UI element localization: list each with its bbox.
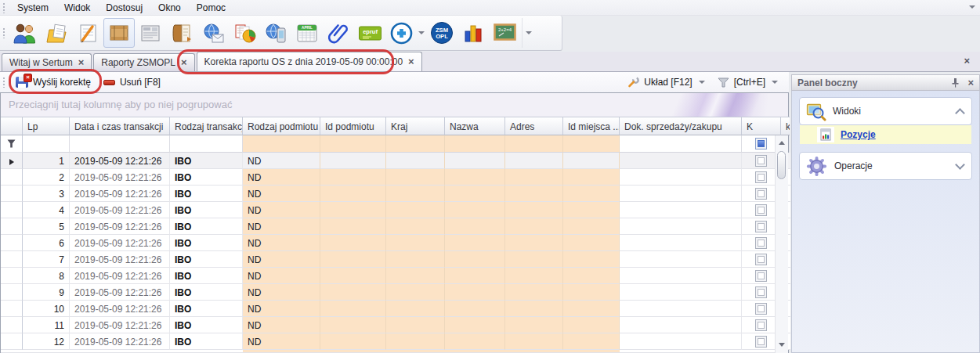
row-checkbox[interactable]	[755, 319, 767, 331]
actions-drag-grip[interactable]	[2, 77, 6, 88]
tab-2[interactable]: Raporty ZSMOPL×	[93, 53, 194, 71]
filter-cell-4[interactable]	[320, 135, 386, 153]
filter-checkbox[interactable]	[755, 138, 767, 149]
layout-button[interactable]: Układ [F12]	[621, 74, 711, 90]
send-correction-button[interactable]: × Wyślij korektę	[9, 74, 97, 90]
pin-icon[interactable]	[951, 77, 960, 88]
grid-row-9[interactable]: 92019-05-09 12:21:26IBOND	[1, 284, 788, 301]
row-checkbox[interactable]	[755, 155, 767, 167]
documents-folder-button[interactable]	[41, 18, 72, 48]
zsmopl-button[interactable]: ZSM OPL	[426, 18, 457, 48]
grid-cell: 12	[23, 333, 70, 350]
epruf-card-button[interactable]: epruf	[354, 18, 385, 48]
scrollbar-thumb[interactable]	[777, 151, 786, 179]
grid-cell	[620, 317, 742, 333]
close-icon[interactable]: ×	[964, 55, 970, 67]
filter-cell-0[interactable]	[23, 135, 70, 153]
filter-cell-7[interactable]	[505, 135, 563, 153]
toolbar-drag-grip[interactable]	[2, 27, 6, 38]
row-checkbox[interactable]	[755, 336, 767, 348]
column-header-8[interactable]: Id miejsca ...	[563, 117, 620, 135]
menu-item-dostosuj[interactable]: Dostosuj	[98, 1, 150, 15]
grid-cell: 4	[23, 202, 70, 218]
column-header-10[interactable]: K	[742, 117, 781, 135]
filter-cell-2[interactable]	[170, 135, 243, 153]
delete-button[interactable]: Usuń [F8]	[97, 74, 167, 90]
grid-row-2[interactable]: 22019-05-09 12:21:26IBOND	[1, 169, 788, 186]
pharmacy-cross-dropdown-button[interactable]	[417, 18, 426, 48]
column-header-9[interactable]: Dok. sprzedaży/zakupu	[620, 117, 742, 135]
grid-row-11[interactable]: 112019-05-09 12:21:26IBOND	[1, 317, 788, 333]
globe-mail-button[interactable]	[197, 18, 229, 48]
grid-row-6[interactable]: 62019-05-09 12:21:26IBOND	[1, 235, 788, 251]
grid-cell	[620, 301, 742, 317]
grid-row-10[interactable]: 102019-05-09 12:21:26IBOND	[1, 301, 788, 317]
row-checkbox[interactable]	[755, 286, 767, 298]
address-book-button[interactable]	[166, 18, 197, 48]
contacts-button[interactable]	[9, 18, 41, 48]
column-header-11[interactable]: k	[781, 117, 790, 135]
price-list-button[interactable]	[135, 18, 166, 48]
menu-drag-grip[interactable]	[2, 2, 6, 13]
row-checkbox[interactable]	[755, 303, 767, 315]
column-header-2[interactable]: Rodzaj transakcji	[170, 117, 243, 135]
tab-close-icon[interactable]: ×	[78, 59, 85, 67]
view-item-pozycje[interactable]: Pozycje	[800, 125, 971, 144]
menu-item-pomoc[interactable]: Pomoc	[189, 1, 233, 15]
reports-pie-button[interactable]	[229, 18, 260, 48]
row-checkbox[interactable]	[755, 221, 767, 232]
menu-item-widok[interactable]: Widok	[56, 1, 98, 15]
column-header-3[interactable]: Rodzaj podmiotu	[243, 117, 320, 135]
grid-cell	[320, 317, 386, 333]
tab-close-icon[interactable]: ×	[408, 58, 414, 66]
grid-row-1[interactable]: 12019-05-09 12:21:26IBOND	[1, 153, 788, 169]
group-by-panel[interactable]: Przeciągnij tutaj kolumnę aby po niej po…	[1, 93, 788, 117]
calendar-button[interactable]: APRIL	[291, 18, 323, 48]
tab-close-icon[interactable]: ×	[181, 59, 187, 67]
paperclip-button[interactable]	[323, 18, 354, 48]
filter-cell-8[interactable]	[563, 135, 620, 153]
pharmacy-cross-button[interactable]	[385, 18, 417, 48]
column-header-7[interactable]: Adres	[505, 117, 563, 135]
scroll-up-button[interactable]	[776, 137, 788, 149]
column-header-1[interactable]: Data i czas transakcji	[70, 117, 170, 135]
row-checkbox[interactable]	[755, 270, 767, 282]
chalkboard-button[interactable]: 2+2=4	[489, 18, 520, 48]
views-group-header[interactable]: Widoki	[799, 97, 972, 125]
globe-device-button[interactable]	[260, 18, 291, 48]
close-icon[interactable]: ×	[967, 77, 974, 88]
menu-overflow-button[interactable]	[969, 5, 975, 9]
row-checkbox[interactable]	[755, 171, 767, 183]
tab-1[interactable]: Witaj w Sertum×	[2, 53, 92, 71]
grid-row-7[interactable]: 72019-05-09 12:21:26IBOND	[1, 251, 788, 268]
crate-button[interactable]	[103, 18, 135, 48]
filter-cell-6[interactable]	[445, 135, 505, 153]
filter-button[interactable]: [Ctrl+E]	[711, 74, 784, 90]
column-header-6[interactable]: Nazwa	[445, 117, 505, 135]
grid-row-8[interactable]: 82019-05-09 12:21:26IBOND	[1, 268, 788, 284]
menu-item-system[interactable]: System	[9, 1, 56, 15]
grid-row-12[interactable]: 122019-05-09 12:21:26IBOND	[1, 333, 788, 350]
column-header-4[interactable]: Id podmiotu	[320, 117, 386, 135]
scroll-down-button[interactable]	[776, 339, 788, 351]
filter-cell-3[interactable]	[243, 135, 320, 153]
column-header-5[interactable]: Kraj	[386, 117, 445, 135]
grid-row-3[interactable]: 32019-05-09 12:21:26IBOND	[1, 186, 788, 202]
notepad-pencil-button[interactable]	[72, 18, 103, 48]
grid-row-4[interactable]: 42019-05-09 12:21:26IBOND	[1, 202, 788, 218]
filter-cell-9[interactable]	[620, 135, 742, 153]
grid-row-5[interactable]: 52019-05-09 12:21:26IBOND	[1, 218, 788, 235]
filter-cell-5[interactable]	[386, 135, 445, 153]
operations-group-header[interactable]: Operacje	[799, 152, 972, 180]
toolbar-overflow-button[interactable]	[522, 18, 535, 48]
menu-item-okno[interactable]: Okno	[150, 1, 189, 15]
filter-cell-1[interactable]	[70, 135, 170, 153]
column-header-0[interactable]: Lp	[23, 117, 70, 135]
bar-chart-button[interactable]	[457, 18, 489, 48]
row-checkbox[interactable]	[755, 237, 767, 249]
row-checkbox[interactable]	[755, 188, 767, 200]
vertical-scrollbar[interactable]	[775, 135, 788, 353]
tab-3[interactable]: Korekta raportu OS z dnia 2019-05-09 00:…	[197, 52, 422, 71]
row-checkbox[interactable]	[755, 204, 767, 216]
row-checkbox[interactable]	[755, 254, 767, 265]
